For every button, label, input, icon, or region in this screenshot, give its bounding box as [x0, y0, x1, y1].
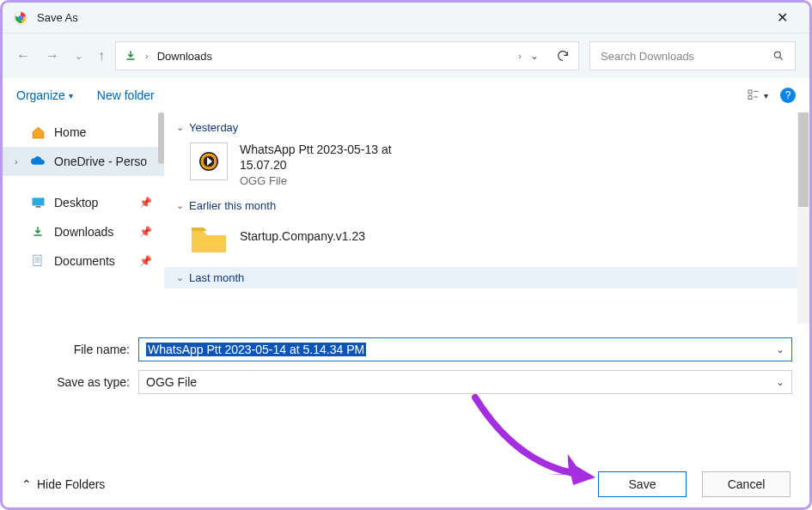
savetype-select[interactable]: OGG File ⌄	[138, 370, 792, 394]
svg-rect-10	[34, 255, 41, 266]
chevron-right-icon: ›	[145, 51, 149, 61]
cancel-button[interactable]: Cancel	[702, 471, 791, 497]
back-button[interactable]: ←	[16, 48, 30, 64]
documents-icon	[30, 254, 46, 268]
chevron-right-icon: ›	[518, 51, 522, 61]
search-icon	[772, 50, 785, 62]
refresh-button[interactable]	[556, 49, 570, 63]
form-area: File name: WhatsApp Ptt 2023-05-14 at 5.…	[3, 324, 809, 410]
savetype-dropdown-icon: ⌄	[776, 376, 785, 388]
toolbar: Organize ▾ New folder ▾ ?	[3, 78, 809, 112]
filename-dropdown[interactable]: ⌄	[776, 343, 785, 355]
save-button[interactable]: Save	[598, 471, 687, 497]
view-mode-button[interactable]: ▾	[747, 88, 768, 102]
download-icon	[125, 50, 137, 62]
file-item-folder[interactable]: Startup.Company.v1.23	[176, 216, 803, 267]
chevron-right-icon[interactable]: ›	[15, 156, 21, 167]
home-icon	[30, 125, 46, 140]
help-button[interactable]: ?	[780, 88, 796, 103]
svg-rect-4	[748, 90, 752, 94]
svg-rect-8	[32, 197, 44, 205]
folder-icon	[190, 221, 228, 258]
svg-rect-9	[35, 206, 40, 207]
chevron-up-icon: ⌃	[21, 477, 32, 491]
new-folder-button[interactable]: New folder	[97, 88, 155, 102]
nav-row: ← → ⌄ ↑ › Downloads › ⌄ Search Downloads	[3, 33, 809, 78]
address-bar[interactable]: › Downloads › ⌄	[115, 41, 579, 70]
desktop-icon	[30, 197, 46, 209]
up-button[interactable]: ↑	[98, 48, 105, 64]
sidebar-item-home[interactable]: Home	[3, 118, 164, 147]
forward-button[interactable]: →	[46, 48, 59, 64]
sidebar-item-desktop[interactable]: Desktop 📌	[3, 188, 164, 217]
chevron-down-icon: ⌄	[176, 200, 184, 211]
svg-point-1	[18, 15, 23, 21]
filename-label: File name:	[20, 343, 138, 356]
body-area: Home › OneDrive - Perso Desktop 📌 Downlo…	[3, 112, 809, 324]
organize-menu[interactable]: Organize ▾	[16, 88, 73, 102]
file-pane: ⌄ Yesterday WhatsApp Ptt 2023-05-13 at 1…	[164, 112, 809, 324]
sidebar-item-downloads[interactable]: Downloads 📌	[3, 217, 164, 246]
search-box[interactable]: Search Downloads	[589, 41, 796, 70]
group-last-month[interactable]: ⌄ Last month	[164, 267, 809, 288]
cloud-icon	[30, 156, 46, 167]
caret-down-icon: ▾	[69, 91, 73, 100]
sidebar: Home › OneDrive - Perso Desktop 📌 Downlo…	[3, 112, 164, 324]
filepane-scrollbar-track[interactable]	[797, 112, 809, 324]
footer: ⌃ Hide Folders Save Cancel	[3, 471, 809, 497]
search-placeholder: Search Downloads	[601, 50, 694, 63]
filename-input[interactable]: WhatsApp Ptt 2023-05-14 at 5.14.34 PM ⌄	[138, 337, 792, 361]
sidebar-item-onedrive[interactable]: › OneDrive - Perso	[3, 147, 164, 176]
window-title: Save As	[37, 11, 765, 24]
audio-file-icon	[190, 143, 228, 180]
group-earlier-month[interactable]: ⌄ Earlier this month	[176, 196, 803, 216]
sidebar-scrollbar[interactable]	[158, 112, 164, 164]
filepane-scrollbar-thumb[interactable]	[798, 112, 809, 207]
chevron-down-icon: ⌄	[176, 122, 184, 133]
close-button[interactable]: ✕	[765, 9, 799, 26]
hide-folders-button[interactable]: ⌃ Hide Folders	[21, 477, 105, 491]
group-yesterday[interactable]: ⌄ Yesterday	[176, 118, 803, 137]
path-dropdown[interactable]: ⌄	[530, 50, 539, 62]
download-icon	[30, 226, 46, 238]
chevron-down-icon: ⌄	[176, 272, 184, 283]
pin-icon: 📌	[139, 197, 152, 209]
file-item-ogg[interactable]: WhatsApp Ptt 2023-05-13 at 15.07.20 OGG …	[176, 137, 803, 196]
sidebar-item-documents[interactable]: Documents 📌	[3, 246, 164, 276]
nav-arrows: ← → ⌄ ↑	[16, 48, 105, 64]
pin-icon: 📌	[139, 255, 152, 267]
recent-dropdown[interactable]: ⌄	[75, 51, 82, 62]
savetype-label: Save as type:	[20, 375, 138, 389]
svg-point-2	[774, 52, 780, 58]
svg-line-3	[780, 58, 783, 60]
title-bar: Save As ✕	[3, 3, 809, 33]
pin-icon: 📌	[139, 226, 152, 238]
svg-rect-5	[748, 96, 752, 100]
app-icon	[13, 10, 28, 26]
